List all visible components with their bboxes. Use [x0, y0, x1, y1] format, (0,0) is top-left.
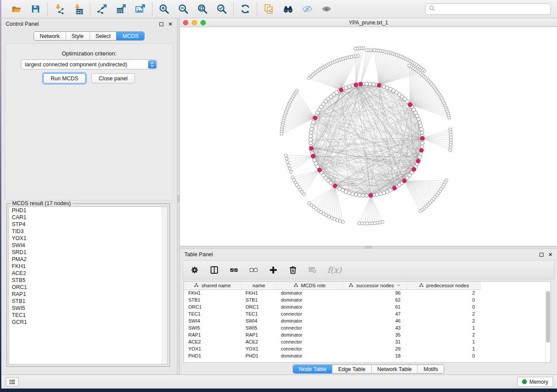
open-session-icon[interactable]	[10, 3, 22, 15]
table-cell: ACE2	[241, 338, 277, 345]
export-network-icon[interactable]	[96, 3, 108, 15]
table-row[interactable]: STB1STB1dominator620	[184, 296, 550, 303]
table-row[interactable]: TEC1TEC1connector472	[184, 310, 550, 317]
export-table-icon[interactable]	[115, 3, 127, 15]
column-header[interactable]: MCDS role	[277, 282, 343, 289]
optimization-criterion-select[interactable]: largest connected component (undirected)	[21, 59, 157, 69]
tab-network-table[interactable]: Network Table	[371, 365, 418, 373]
zoom-out-icon[interactable]	[177, 3, 189, 15]
zoom-in-icon[interactable]	[158, 3, 170, 15]
table-panel-titlebar: Table Panel	[180, 249, 557, 260]
table-row[interactable]: ORC1ORC1dominator610	[184, 303, 550, 310]
table-panel: Table Panel f(x) shared namenameMCDS rol…	[180, 249, 557, 375]
show-panels-icon[interactable]	[321, 3, 332, 15]
list-item[interactable]: STB5	[9, 277, 167, 284]
divider-knob[interactable]	[177, 195, 180, 202]
tab-style[interactable]: Style	[66, 32, 90, 40]
column-header[interactable]: successor nodes	[343, 282, 407, 289]
list-item[interactable]: PMA2	[9, 256, 167, 263]
list-item[interactable]: FKH1	[9, 263, 167, 270]
list-item[interactable]: TID3	[9, 228, 167, 235]
list-item[interactable]: SWI4	[9, 242, 167, 249]
table-row[interactable]: SWI4SWI4dominator462	[184, 317, 550, 324]
table-cell: STB1	[241, 296, 277, 303]
mcds-options-box: Optimization criterion: largest connecte…	[5, 43, 173, 200]
column-header[interactable]: shared name	[184, 282, 241, 289]
table-settings-icon[interactable]	[190, 265, 199, 275]
close-panel-icon[interactable]	[548, 252, 553, 257]
zoom-fit-content-icon[interactable]	[197, 3, 208, 15]
tab-select[interactable]: Select	[90, 32, 117, 40]
list-item[interactable]: SWI5	[9, 305, 167, 312]
task-history-button[interactable]	[6, 377, 19, 386]
float-panel-icon[interactable]	[159, 22, 163, 26]
cytoscape-window: Control Panel NetworkStyleSelectMCDS Opt…	[1, 0, 557, 389]
hide-panels-icon[interactable]	[301, 3, 313, 15]
tab-node-table[interactable]: Node Table	[293, 365, 332, 373]
list-item[interactable]: YOX1	[9, 235, 167, 242]
table-row[interactable]: FKH1FKH1dominator962	[184, 289, 550, 296]
tab-edge-table[interactable]: Edge Table	[332, 365, 371, 373]
search-input[interactable]	[438, 6, 547, 12]
list-item[interactable]: PHD1	[9, 207, 167, 214]
add-column-icon[interactable]	[268, 265, 278, 275]
list-item[interactable]: ACE2	[9, 270, 167, 277]
select-all-columns-icon[interactable]	[229, 265, 239, 275]
tab-motifs[interactable]: Motifs	[417, 365, 443, 373]
delete-table-icon[interactable]	[308, 265, 317, 275]
node-table: shared namenameMCDS rolesuccessor nodesp…	[184, 282, 550, 359]
list-item[interactable]: STP4	[9, 221, 167, 228]
panel-divider-vertical[interactable]	[177, 18, 180, 375]
import-table-icon[interactable]	[73, 3, 84, 15]
divider-knob[interactable]	[365, 246, 372, 248]
table-toolbar: f(x)	[183, 260, 554, 279]
mcds-result-list[interactable]: PHD1CAR1STP4TID3YOX1SWI4SRD1PMA2FKH1ACE2…	[9, 206, 168, 364]
table-cell: 2	[407, 317, 481, 324]
window-minimize-icon[interactable]	[192, 20, 197, 25]
table-scrollbar[interactable]	[545, 289, 550, 362]
table-cell: SWI4	[241, 317, 277, 324]
column-header[interactable]: name	[241, 282, 277, 289]
list-item[interactable]: STB1	[9, 298, 167, 305]
list-item[interactable]: CAR1	[9, 214, 167, 221]
memory-button[interactable]: Memory	[517, 377, 553, 387]
list-item[interactable]: GCR1	[9, 319, 167, 326]
search-network-icon[interactable]	[282, 3, 294, 15]
column-header[interactable]: predecessor nodes	[407, 282, 481, 289]
list-item[interactable]: ORC1	[9, 284, 167, 291]
tab-network[interactable]: Network	[34, 32, 66, 40]
list-item[interactable]: SRD1	[9, 249, 167, 256]
table-row[interactable]: ACE2ACE2connector311	[184, 338, 550, 345]
search-box[interactable]	[425, 3, 551, 15]
close-panel-button[interactable]: Close panel	[91, 73, 135, 83]
tree-icon	[419, 283, 424, 288]
list-item[interactable]: RAP1	[9, 291, 167, 298]
apply-preferred-layout-icon[interactable]	[239, 3, 251, 15]
zoom-selected-icon[interactable]	[216, 3, 228, 15]
delete-columns-icon[interactable]	[288, 265, 298, 275]
panel-divider-horizontal[interactable]	[180, 246, 557, 249]
deselect-all-columns-icon[interactable]	[249, 265, 258, 275]
run-mcds-button[interactable]: Run MCDS	[43, 73, 86, 83]
float-panel-icon[interactable]	[540, 253, 543, 257]
clone-network-icon[interactable]	[263, 3, 275, 15]
table-row[interactable]: YOX1YOX1connector291	[184, 345, 550, 352]
window-maximize-icon[interactable]	[201, 20, 206, 25]
table-cell: dominator	[277, 289, 343, 296]
save-session-icon[interactable]	[30, 3, 42, 15]
table-row[interactable]: PHD1PHD1dominator180	[184, 352, 550, 359]
window-close-icon[interactable]	[183, 20, 188, 25]
close-panel-icon[interactable]	[168, 22, 173, 26]
table-row[interactable]: SWI5SWI5connector431	[184, 324, 550, 331]
list-item[interactable]: TEC1	[9, 312, 167, 319]
show-columns-icon[interactable]	[209, 265, 219, 275]
network-canvas[interactable]	[180, 27, 557, 246]
export-image-icon[interactable]	[135, 3, 146, 15]
mcds-list-scrollbar[interactable]	[162, 207, 167, 364]
tab-mcds[interactable]: MCDS	[116, 32, 144, 40]
import-network-icon[interactable]	[53, 3, 65, 15]
table-row[interactable]: RAP1RAP1dominator352	[184, 331, 550, 338]
list-icon	[9, 378, 16, 385]
scrollbar-thumb[interactable]	[546, 291, 550, 343]
table-cell: 1	[407, 324, 481, 331]
